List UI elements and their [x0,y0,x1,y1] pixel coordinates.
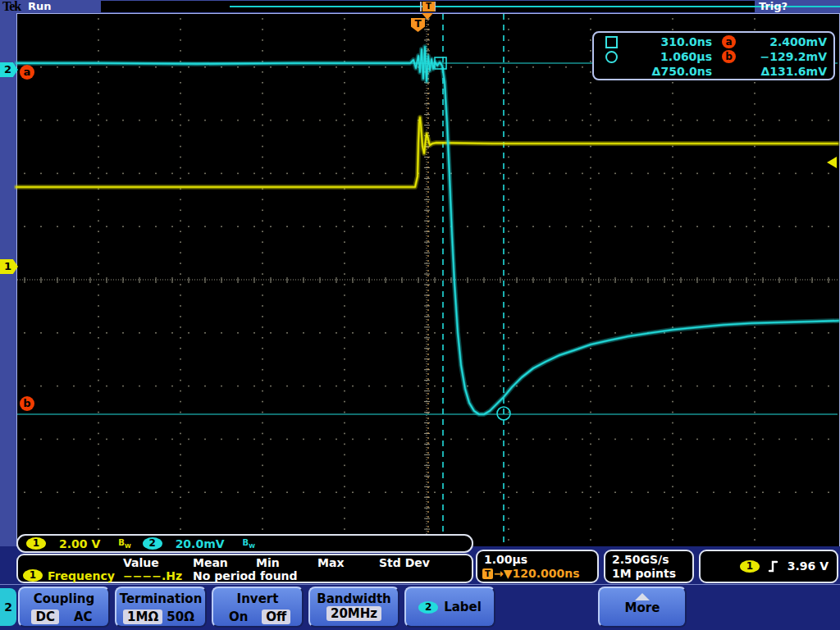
meas-row-name: Frequency [48,569,115,582]
more-title: More [600,600,685,615]
label-title: Label [444,600,482,614]
invert-button[interactable]: Invert On Off [212,587,304,628]
more-button[interactable]: More [598,587,687,628]
cursor-b-icon: b [722,50,736,63]
circle-cursor-icon [605,51,618,63]
coupling-option-ac[interactable]: AC [70,609,97,624]
invert-title: Invert [213,591,302,606]
channel1-badge: 1 [26,537,46,550]
trigger-level-arrow-icon [827,157,837,168]
label-channel-badge: 2 [418,601,438,614]
acquisition-readout: 2.50GS/s 1M points [604,550,694,583]
trigger-readout: 1 3.96 V [699,550,838,583]
cursor-readout-box: 310.0ns a 2.400mV 1.060µs b −129.2mV Δ75… [592,31,835,80]
trigger-level: 3.96 V [788,559,829,573]
meas-header-max: Max [317,556,344,569]
termination-title: Termination [116,591,205,606]
timebase-scale: 1.00µs [484,553,527,566]
cursor-a-value: 2.400mV [742,35,827,48]
bandwidth-button[interactable]: Bandwidth 20MHz [308,587,399,628]
cursor-a-time: 310.0ns [623,35,712,48]
rising-edge-icon [768,559,779,573]
menu-channel-tab[interactable]: 2 [0,588,16,626]
timebase-readout: 1.00µs T→▼120.000ns [476,550,599,583]
record-window-bracket-left [420,2,422,11]
meas-header-value: Value [123,556,159,569]
meas-row-channel-badge: 1 [23,569,43,582]
left-sidebar [0,13,16,546]
bandwidth-value[interactable]: 20MHz [326,606,381,621]
coupling-title: Coupling [20,591,108,606]
record-view-strip: T [101,1,755,12]
cursor-delta-time: Δ750.0ns [623,65,712,78]
measurement-table: Value Mean Min Max Std Dev 1 Frequency −… [16,554,473,583]
channel1-scale: 2.00 V [59,537,100,550]
termination-option-1mohm[interactable]: 1MΩ [123,609,162,624]
tek-logo: Tek [2,0,21,14]
channel-scale-bar: 1 2.00 V BW 2 20.0mV BW [16,534,473,553]
square-cursor-icon [605,36,618,48]
meas-row-note: No period found [193,569,298,582]
cursor-delta-value: Δ131.6mV [742,65,827,78]
timebase-delay: T→▼120.000ns [482,567,580,580]
meas-header-stddev: Std Dev [379,556,430,569]
title-bar: Tek Run T Trig? [0,0,840,13]
timebase-delay-value: 120.000ns [513,567,580,580]
cursor-a-icon: a [722,35,736,48]
channel2-scale: 20.0mV [176,537,225,550]
meas-header-mean: Mean [193,556,228,569]
timebase-delay-arrow: →▼ [494,567,513,580]
acquisition-status: Run [28,0,52,12]
timebase-trigger-icon: T [482,568,493,579]
channel2-badge: 2 [143,537,162,550]
termination-button[interactable]: Termination 1MΩ 50Ω [115,587,207,628]
channel2-bandwidth-limit-icon: BW [243,538,255,550]
trigger-status: Trig? [759,0,788,12]
cursor-b-badge[interactable]: b [20,396,34,411]
cursor-a-badge[interactable]: a [20,65,34,80]
waveform-display-area [16,13,840,547]
cursor-b-value: −129.2mV [742,50,827,63]
record-view-trace [230,6,840,7]
meas-row-value: −−−−.Hz [123,569,182,582]
coupling-option-dc[interactable]: DC [31,609,58,624]
cursor-b-time: 1.060µs [623,50,712,63]
sample-rate: 2.50GS/s [612,553,669,566]
channel1-bandwidth-limit-icon: BW [118,538,130,550]
soft-menu-bar: 2 Coupling DC AC Termination 1MΩ 50Ω Inv… [0,584,840,630]
bandwidth-title: Bandwidth [310,591,398,606]
termination-option-50ohm[interactable]: 50Ω [162,609,199,624]
record-trigger-position-icon: T [422,2,435,11]
invert-option-off[interactable]: Off [262,609,290,624]
trigger-source-badge: 1 [740,560,760,573]
chevron-up-icon [635,593,650,600]
invert-option-on[interactable]: On [225,609,252,624]
label-button[interactable]: 2 Label [404,587,495,628]
meas-header-min: Min [256,556,280,569]
record-length: 1M points [612,567,676,580]
coupling-button[interactable]: Coupling DC AC [18,587,110,628]
